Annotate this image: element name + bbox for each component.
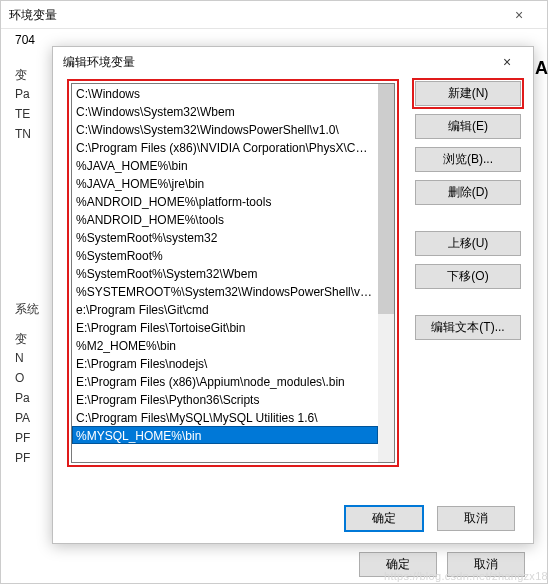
edit-env-var-dialog: 编辑环境变量 × C:\WindowsC:\Windows\System32\W… (52, 46, 534, 544)
list-item[interactable]: %M2_HOME%\bin (72, 336, 378, 354)
list-item[interactable]: %ANDROID_HOME%\tools (72, 210, 378, 228)
edit-button[interactable]: 编辑(E) (415, 114, 521, 139)
list-item[interactable]: E:\Program Files\Python36\Scripts (72, 390, 378, 408)
outer-left-label: PA (15, 411, 30, 425)
inner-titlebar: 编辑环境变量 × (53, 47, 533, 77)
inner-title: 编辑环境变量 (63, 47, 135, 77)
decorative-a: A (535, 58, 548, 79)
delete-button[interactable]: 删除(D) (415, 180, 521, 205)
list-item[interactable]: C:\Program Files\MySQL\MySQL Utilities 1… (72, 408, 378, 426)
list-item[interactable]: %ANDROID_HOME%\platform-tools (72, 192, 378, 210)
scrollbar-track[interactable] (378, 84, 394, 462)
outer-button-row: 确定 取消 (359, 552, 525, 577)
close-icon[interactable]: × (491, 47, 523, 77)
move-up-button[interactable]: 上移(U) (415, 231, 521, 256)
browse-button[interactable]: 浏览(B)... (415, 147, 521, 172)
outer-left-label: TE (15, 107, 30, 121)
outer-cancel-button[interactable]: 取消 (447, 552, 525, 577)
ok-button[interactable]: 确定 (345, 506, 423, 531)
cancel-button[interactable]: 取消 (437, 506, 515, 531)
outer-ok-button[interactable]: 确定 (359, 552, 437, 577)
list-item[interactable]: e:\Program Files\Git\cmd (72, 300, 378, 318)
new-button[interactable]: 新建(N) (415, 81, 521, 106)
inner-content: C:\WindowsC:\Windows\System32\WbemC:\Win… (53, 77, 533, 543)
outer-left-label: PF (15, 451, 30, 465)
outer-left-label: Pa (15, 87, 30, 101)
move-down-button[interactable]: 下移(O) (415, 264, 521, 289)
system-vars-label: 系统 (15, 301, 39, 318)
list-item[interactable]: E:\Program Files\nodejs\ (72, 354, 378, 372)
outer-left-label: N (15, 351, 24, 365)
list-item[interactable]: %SystemRoot% (72, 246, 378, 264)
path-listbox-highlight: C:\WindowsC:\Windows\System32\WbemC:\Win… (67, 79, 399, 467)
list-item[interactable]: %JAVA_HOME%\bin (72, 156, 378, 174)
list-item[interactable]: C:\Windows (72, 84, 378, 102)
list-item[interactable]: C:\Windows\System32\Wbem (72, 102, 378, 120)
edit-text-button[interactable]: 编辑文本(T)... (415, 315, 521, 340)
list-item[interactable]: %SystemRoot%\System32\Wbem (72, 264, 378, 282)
side-button-column: 新建(N) 编辑(E) 浏览(B)... 删除(D) 上移(U) 下移(O) 编… (415, 81, 523, 348)
outer-left-label: Pa (15, 391, 30, 405)
list-item[interactable]: %SYSTEMROOT%\System32\WindowsPowerShell\… (72, 282, 378, 300)
outer-title: 环境变量 (9, 1, 57, 29)
list-item[interactable]: E:\Program Files (x86)\Appium\node_modul… (72, 372, 378, 390)
path-listbox[interactable]: C:\WindowsC:\Windows\System32\WbemC:\Win… (71, 83, 395, 463)
outer-left-label: PF (15, 431, 30, 445)
outer-left-label: 变 (15, 67, 27, 84)
scrollbar-thumb[interactable] (378, 84, 394, 314)
list-item[interactable]: E:\Program Files\TortoiseGit\bin (72, 318, 378, 336)
list-item[interactable]: %SystemRoot%\system32 (72, 228, 378, 246)
close-icon[interactable]: × (499, 1, 539, 29)
outer-left-label: 变 (15, 331, 27, 348)
list-item[interactable]: C:\Windows\System32\WindowsPowerShell\v1… (72, 120, 378, 138)
outer-label-704: 704 (15, 33, 35, 47)
inner-button-row: 确定 取消 (345, 506, 515, 531)
list-item[interactable]: %MYSQL_HOME%\bin (72, 426, 378, 444)
outer-left-label: TN (15, 127, 31, 141)
outer-left-label: O (15, 371, 24, 385)
list-item[interactable]: C:\Program Files (x86)\NVIDIA Corporatio… (72, 138, 378, 156)
outer-titlebar: 环境变量 × (1, 1, 547, 29)
list-item[interactable]: %JAVA_HOME%\jre\bin (72, 174, 378, 192)
